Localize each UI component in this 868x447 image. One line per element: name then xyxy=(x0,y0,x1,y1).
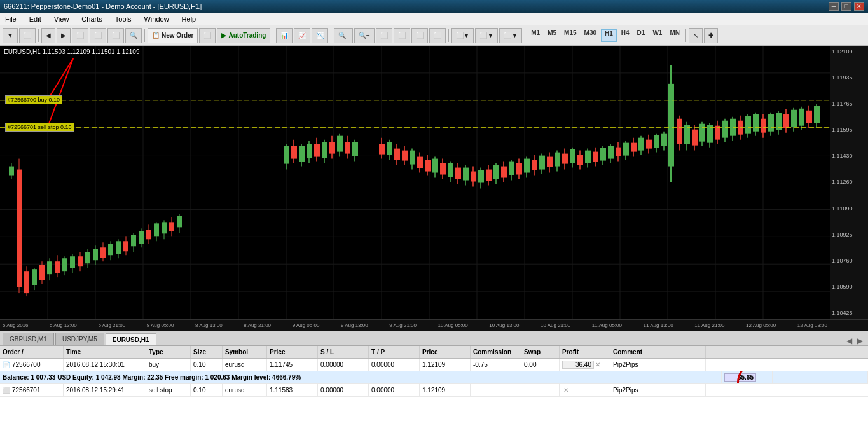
svg-rect-151 xyxy=(593,152,598,162)
close-order-1[interactable]: ✕ xyxy=(595,361,600,368)
menu-file[interactable]: File xyxy=(3,14,19,24)
order-swap-2 xyxy=(521,384,560,396)
toolbar-btn-4[interactable]: ⬜ xyxy=(90,28,106,43)
svg-rect-87 xyxy=(337,136,343,152)
svg-rect-45 xyxy=(78,256,83,266)
timeframe-w1[interactable]: W1 xyxy=(649,29,665,42)
toolbar-period[interactable]: ⬜▼ xyxy=(475,28,498,43)
toolbar: ▼ ⬜ ◀ ▶ ⬜ ⬜ ⬜ 🔍 📋 New Order ⬜ ▶ AutoTrad… xyxy=(0,25,868,46)
chart-tab-usdjpy[interactable]: USDJPY,M5 xyxy=(55,333,104,345)
svg-rect-195 xyxy=(768,114,774,132)
timeframe-d1[interactable]: D1 xyxy=(634,29,649,42)
svg-rect-123 xyxy=(486,170,492,181)
th-size: Size xyxy=(191,346,223,358)
th-commission: Commission xyxy=(471,346,521,358)
toolbar-sep-2 xyxy=(144,29,145,42)
tab-scroll-right[interactable]: ▶ xyxy=(855,336,865,345)
svg-rect-55 xyxy=(116,241,121,254)
maximize-button[interactable]: □ xyxy=(841,2,851,11)
close-order-2[interactable]: ✕ xyxy=(563,387,568,394)
toolbar-zoom-out[interactable]: 🔍- xyxy=(334,28,352,43)
toolbar-btn-3[interactable]: ⬜ xyxy=(72,28,88,43)
toolbar-zoom-in[interactable]: 🔍 xyxy=(125,28,142,43)
toolbar-indicator[interactable]: ⬜▼ xyxy=(451,28,474,43)
chart-tab-gbpusd[interactable]: GBPUSD,M1 xyxy=(3,333,54,345)
svg-rect-183 xyxy=(722,121,728,138)
svg-rect-31 xyxy=(24,271,29,293)
svg-rect-75 xyxy=(291,146,297,159)
menu-help[interactable]: Help xyxy=(179,14,199,24)
svg-rect-121 xyxy=(478,170,484,183)
trade-row-1: 📄 72566700 2016.08.12 15:30:01 buy 0.10 … xyxy=(0,359,868,371)
svg-rect-157 xyxy=(616,148,621,156)
svg-rect-159 xyxy=(623,143,629,156)
svg-rect-191 xyxy=(753,114,759,132)
menu-edit[interactable]: Edit xyxy=(27,14,44,24)
th-order[interactable]: Order / xyxy=(0,346,64,358)
svg-rect-95 xyxy=(379,144,385,155)
th-comment: Comment xyxy=(610,346,706,358)
order2-label: #72566701 sell stop 0.10 xyxy=(5,123,74,132)
order-profit-1: 36.40 ✕ xyxy=(560,359,610,371)
toolbar-chart-type-2[interactable]: 📈 xyxy=(294,28,310,43)
svg-rect-153 xyxy=(600,148,606,161)
svg-rect-135 xyxy=(532,160,537,170)
svg-rect-91 xyxy=(352,142,358,156)
chart-container[interactable]: EURUSD,H1 1.11503 1.12109 1.11501 1.1210… xyxy=(0,46,868,319)
toolbar-new-chart[interactable]: ▼ xyxy=(3,28,18,43)
toolbar-sep-5 xyxy=(448,29,449,42)
toolbar-zoom-in-2[interactable]: 🔍+ xyxy=(354,28,375,43)
menu-charts[interactable]: Charts xyxy=(79,14,104,24)
svg-rect-101 xyxy=(402,151,408,161)
toolbar-chart-type-3[interactable]: 📉 xyxy=(312,28,328,43)
timeframe-h1[interactable]: H1 xyxy=(601,29,617,42)
toolbar-btn-7[interactable]: ⬜ xyxy=(376,28,392,43)
trade-row-2: ⬜ 72566701 2016.08.12 15:29:41 sell stop… xyxy=(0,384,868,397)
toolbar-chart-type-1[interactable]: 📊 xyxy=(276,28,293,43)
svg-rect-139 xyxy=(547,157,553,167)
timeframe-mn[interactable]: MN xyxy=(666,29,683,42)
toolbar-back[interactable]: ◀ xyxy=(41,28,55,43)
toolbar-btn-10[interactable]: ⬜ xyxy=(429,28,446,43)
th-price2: Price xyxy=(420,346,471,358)
balance-row: Balance: 1 007.33 USD Equity: 1 042.98 M… xyxy=(0,371,868,384)
timeframe-m30[interactable]: M30 xyxy=(581,29,600,42)
timeframe-m1[interactable]: M1 xyxy=(528,29,543,42)
svg-rect-111 xyxy=(440,163,446,175)
toolbar-btn-9[interactable]: ⬜ xyxy=(411,28,428,43)
close-button[interactable]: ✕ xyxy=(854,2,864,11)
timeframe-m15[interactable]: M15 xyxy=(561,29,579,42)
order-type-1: buy xyxy=(146,359,191,371)
toolbar-template[interactable]: ⬜▼ xyxy=(499,28,522,43)
toolbar-cursor[interactable]: ↖ xyxy=(689,28,703,43)
order-price-2: 1.11583 xyxy=(267,384,318,396)
order-size-1: 0.10 xyxy=(191,359,223,371)
svg-rect-97 xyxy=(387,142,392,155)
svg-rect-79 xyxy=(307,144,312,158)
svg-rect-189 xyxy=(745,116,751,134)
order-time-1: 2016.08.12 15:30:01 xyxy=(64,359,146,371)
menu-tools[interactable]: Tools xyxy=(113,14,134,24)
order-symbol-1: eurusd xyxy=(223,359,267,371)
toolbar-btn-5[interactable]: ⬜ xyxy=(107,28,124,43)
toolbar-crosshair[interactable]: ✚ xyxy=(704,28,718,43)
svg-rect-201 xyxy=(791,110,797,127)
menu-window[interactable]: Window xyxy=(141,14,171,24)
timeframe-m5[interactable]: M5 xyxy=(544,29,560,42)
new-order-button[interactable]: 📋 New Order xyxy=(148,28,198,43)
toolbar-btn-6[interactable]: ⬜ xyxy=(199,28,216,43)
toolbar-btn-2[interactable]: ⬜ xyxy=(19,28,36,43)
toolbar-sep-7 xyxy=(685,29,686,42)
price-scale: 1.12109 1.11935 1.11765 1.11595 1.11430 … xyxy=(830,46,868,319)
autotrading-button[interactable]: ▶ AutoTrading xyxy=(217,28,270,43)
order-size-2: 0.10 xyxy=(191,384,223,396)
tab-scroll-left[interactable]: ◀ xyxy=(844,336,855,345)
toolbar-btn-8[interactable]: ⬜ xyxy=(394,28,410,43)
chart-canvas[interactable] xyxy=(0,46,830,319)
timeframe-h4[interactable]: H4 xyxy=(618,29,633,42)
chart-tab-eurusd[interactable]: EURUSD,H1 xyxy=(106,333,156,345)
minimize-button[interactable]: ─ xyxy=(829,2,839,11)
toolbar-forward[interactable]: ▶ xyxy=(57,28,71,43)
menu-view[interactable]: View xyxy=(52,14,72,24)
svg-rect-129 xyxy=(509,162,514,175)
